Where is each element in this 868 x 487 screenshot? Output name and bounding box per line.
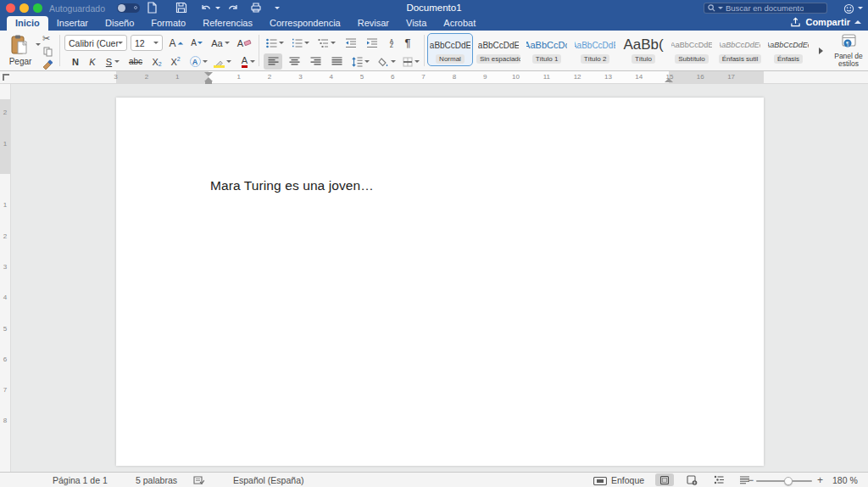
decrease-indent-button[interactable]: [342, 35, 360, 51]
proofing-status-icon[interactable]: [193, 476, 204, 485]
line-spacing-icon: [352, 57, 363, 67]
tab-insertar[interactable]: Insertar: [48, 16, 97, 31]
subscript-button[interactable]: X 2: [148, 53, 165, 70]
style-enfasis[interactable]: AaBbCcDdEe Énfasis: [765, 33, 811, 66]
justify-button[interactable]: [327, 53, 346, 70]
italic-button[interactable]: K: [85, 53, 100, 70]
style-titulo-2[interactable]: AaBbCcDdE Título 2: [572, 33, 618, 66]
share-button[interactable]: Compartir: [790, 17, 861, 27]
change-case-button[interactable]: Aa: [209, 35, 231, 51]
shading-button[interactable]: [376, 53, 398, 70]
grow-font-button[interactable]: A: [168, 35, 185, 51]
outline-view-button[interactable]: [709, 473, 728, 486]
sort-button[interactable]: A Z: [383, 35, 400, 51]
align-center-button[interactable]: [285, 53, 303, 70]
font-size-select[interactable]: 12: [131, 35, 163, 51]
align-right-button[interactable]: [306, 53, 325, 70]
print-layout-view-button[interactable]: [655, 473, 674, 486]
bullets-button[interactable]: [264, 35, 286, 51]
feedback-smiley-icon[interactable]: [843, 3, 854, 14]
first-line-indent-marker[interactable]: [204, 72, 213, 76]
more-styles-arrow-icon[interactable]: [819, 48, 823, 54]
highlight-button[interactable]: [212, 53, 234, 70]
style-label: Título 1: [532, 54, 562, 64]
style-titulo[interactable]: AaBb( Título: [620, 33, 666, 66]
tab-correspondencia[interactable]: Correspondencia: [261, 16, 349, 31]
superscript-label: X: [170, 57, 176, 67]
decrease-indent-icon: [345, 38, 357, 48]
shrink-font-button[interactable]: A: [188, 35, 205, 51]
zoom-slider[interactable]: [756, 480, 812, 482]
align-center-icon: [289, 57, 300, 66]
superscript-button[interactable]: X 2: [167, 53, 184, 70]
zoom-out-button[interactable]: −: [748, 474, 754, 486]
font-name-select[interactable]: Calibri (Cuerp…: [64, 35, 127, 51]
tab-stop-selector-icon[interactable]: [3, 74, 9, 81]
numbering-button[interactable]: [289, 35, 311, 51]
zoom-level[interactable]: 180 %: [832, 475, 858, 485]
language-status[interactable]: Español (España): [233, 475, 303, 485]
web-layout-view-button[interactable]: [682, 473, 701, 486]
underline-button[interactable]: S: [102, 53, 124, 70]
page-count[interactable]: Página 1 de 1: [53, 475, 108, 485]
multilevel-list-button[interactable]: [314, 35, 338, 51]
font-color-button[interactable]: A: [237, 53, 259, 70]
titlebar: Autoguardado Documento1 Buscar en docume…: [0, 0, 868, 15]
tab-referencias[interactable]: Referencias: [194, 16, 261, 31]
ribbon: Pegar ✂ Calibri (Cuerp… 12 A A Aa A N K …: [0, 31, 868, 71]
vertical-ruler[interactable]: 1212345678: [0, 84, 11, 472]
text-effects-button[interactable]: A: [187, 53, 209, 70]
format-painter-icon[interactable]: [42, 59, 53, 70]
focus-mode-label[interactable]: Enfoque: [611, 475, 644, 485]
borders-button[interactable]: [400, 53, 422, 70]
style-normal[interactable]: AaBbCcDdEe Normal: [427, 33, 473, 66]
collapse-ribbon-icon[interactable]: [854, 20, 861, 24]
styles-pane-button[interactable]: ¶ Panel de estilos: [830, 33, 867, 68]
numbering-icon: [292, 38, 303, 48]
document-text[interactable]: Mara Turing es una joven…: [210, 178, 374, 193]
style-sample: AaBbCcDdEe: [720, 36, 760, 54]
focus-mode-icon[interactable]: [593, 477, 607, 485]
strikethrough-label: abc: [129, 57, 142, 66]
tab-vista[interactable]: Vista: [398, 16, 435, 31]
zoom-slider-knob[interactable]: [784, 477, 793, 485]
style-enfasis-sutil[interactable]: AaBbCcDdEe Énfasis sutil: [717, 33, 763, 66]
style-label: Subtítulo: [675, 54, 709, 64]
style-label: Título: [632, 54, 655, 64]
tab-revisar[interactable]: Revisar: [349, 16, 398, 31]
cut-scissors-icon[interactable]: ✂: [42, 33, 50, 44]
line-spacing-button[interactable]: [348, 53, 372, 70]
align-left-button[interactable]: [264, 53, 282, 70]
search-scope-caret-icon[interactable]: [718, 7, 723, 9]
group-divider: [424, 35, 425, 66]
grow-font-arrow-icon: [177, 42, 182, 44]
style-sin-espaciado[interactable]: AaBbCcDdEe Sin espaciado: [476, 33, 521, 66]
paste-dropdown-caret-icon[interactable]: [36, 43, 41, 46]
copy-icon[interactable]: [43, 47, 53, 57]
document-page[interactable]: Mara Turing es una joven…: [116, 98, 764, 466]
horizontal-ruler[interactable]: 1231234567891011121314151617: [0, 71, 868, 84]
strikethrough-button[interactable]: abc: [125, 53, 146, 70]
word-count[interactable]: 5 palabras: [136, 475, 177, 485]
tab-inicio[interactable]: Inicio: [7, 16, 48, 31]
numbering-caret-icon: [304, 42, 309, 44]
style-sample: AaBbCcDdEe: [430, 36, 470, 54]
style-label: Sin espaciado: [476, 54, 520, 64]
tab-formato[interactable]: Formato: [142, 16, 194, 31]
style-titulo-1[interactable]: AaBbCcDc Título 1: [524, 33, 570, 66]
ruler-number: 13: [604, 73, 612, 81]
show-marks-button[interactable]: ¶: [401, 35, 415, 51]
increase-indent-button[interactable]: [363, 35, 381, 51]
underline-label: S: [106, 57, 112, 67]
tab-diseno[interactable]: Diseño: [97, 16, 142, 31]
svg-text:¶: ¶: [846, 41, 849, 47]
clear-formatting-button[interactable]: A: [235, 35, 253, 51]
zoom-in-button[interactable]: +: [817, 474, 823, 486]
bold-button[interactable]: N: [68, 53, 83, 70]
document-workspace[interactable]: 1212345678 Mara Turing es una joven…: [0, 84, 868, 472]
style-subtitulo[interactable]: AaBbCcDdE Subtítulo: [669, 33, 715, 66]
smiley-caret-icon[interactable]: [858, 7, 863, 9]
search-input[interactable]: Buscar en documento: [704, 3, 827, 14]
tab-acrobat[interactable]: Acrobat: [435, 16, 484, 31]
print-layout-icon: [659, 475, 670, 485]
